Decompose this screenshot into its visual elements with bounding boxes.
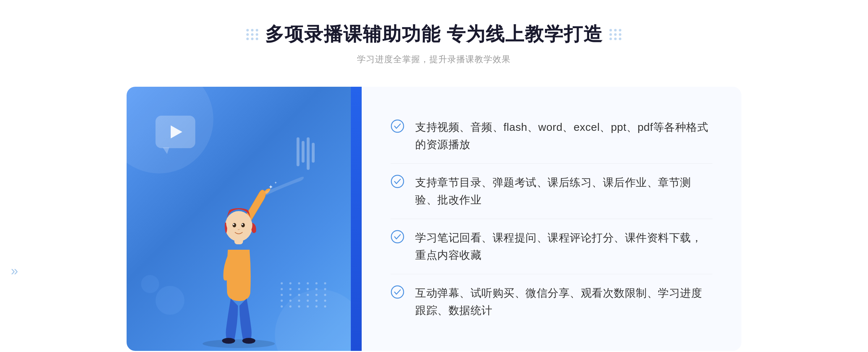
- feature-item-2: 支持章节目录、弹题考试、课后练习、课后作业、章节测验、批改作业: [391, 164, 712, 219]
- svg-point-2: [225, 211, 252, 241]
- svg-point-4: [241, 223, 245, 227]
- svg-point-12: [391, 175, 404, 188]
- feature-item-3: 学习笔记回看、课程提问、课程评论打分、课件资料下载，重点内容收藏: [391, 219, 712, 274]
- svg-point-5: [233, 224, 234, 225]
- speech-bubble: [156, 116, 195, 148]
- header-section: 多项录播课辅助功能 专为线上教学打造 学习进度全掌握，提升录播课教学效果: [246, 22, 622, 65]
- illustration-card: ✦ ✦: [127, 87, 351, 351]
- svg-point-0: [203, 339, 275, 348]
- blue-divider-strip: [351, 87, 362, 351]
- play-icon: [171, 125, 182, 138]
- svg-text:✦: ✦: [274, 181, 277, 185]
- feature-text-3: 学习笔记回看、课程提问、课程评论打分、课件资料下载，重点内容收藏: [415, 229, 712, 264]
- page-subtitle: 学习进度全掌握，提升录播课教学效果: [357, 53, 511, 65]
- person-illustration: ✦ ✦: [174, 163, 304, 351]
- svg-point-3: [233, 223, 236, 227]
- features-card: 支持视频、音频、flash、word、excel、ppt、pdf等各种格式的资源…: [362, 87, 741, 351]
- svg-point-13: [391, 231, 404, 243]
- check-circle-icon-2: [391, 175, 404, 188]
- svg-point-14: [391, 286, 404, 298]
- circle-decoration-1: [156, 286, 184, 315]
- content-area: ✦ ✦ 支持视频、音频、flash、word、excel、ppt、pdf等各种格…: [127, 87, 741, 351]
- feature-text-2: 支持章节目录、弹题考试、课后练习、课后作业、章节测验、批改作业: [415, 174, 712, 209]
- feature-text-4: 互动弹幕、试听购买、微信分享、观看次数限制、学习进度跟踪、数据统计: [415, 284, 712, 319]
- svg-text:✦: ✦: [268, 184, 273, 190]
- left-chevron-decoration: »: [11, 263, 18, 279]
- chevron-icon: »: [11, 263, 18, 279]
- page-container: 多项录播课辅助功能 专为线上教学打造 学习进度全掌握，提升录播课教学效果: [0, 0, 868, 352]
- svg-point-11: [391, 120, 404, 132]
- circle-decoration-2: [141, 275, 159, 293]
- check-circle-icon-4: [391, 285, 404, 299]
- check-circle-icon-1: [391, 119, 404, 133]
- feature-text-1: 支持视频、音频、flash、word、excel、ppt、pdf等各种格式的资源…: [415, 119, 712, 153]
- feature-item-1: 支持视频、音频、flash、word、excel、ppt、pdf等各种格式的资源…: [391, 108, 712, 164]
- check-circle-icon-3: [391, 230, 404, 244]
- page-title: 多项录播课辅助功能 专为线上教学打造: [265, 22, 603, 47]
- feature-item-4: 互动弹幕、试听购买、微信分享、观看次数限制、学习进度跟踪、数据统计: [391, 274, 712, 329]
- svg-point-6: [242, 224, 243, 225]
- right-dots-decoration: [609, 29, 622, 40]
- title-row: 多项录播课辅助功能 专为线上教学打造: [246, 22, 622, 47]
- left-dots-decoration: [246, 29, 259, 40]
